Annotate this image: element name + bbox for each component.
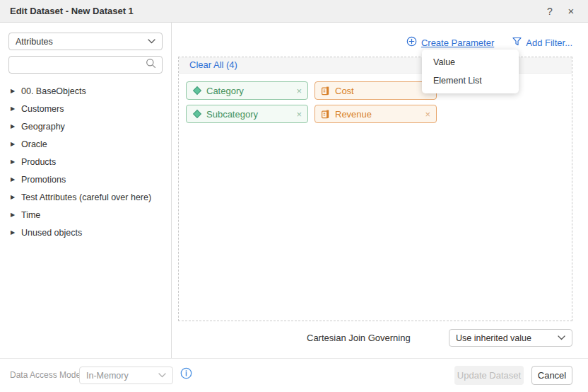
object-sidebar: Attributes ▶00. BaseObjects ▶Customers ▶… (0, 23, 172, 358)
tree-item-label: Time (21, 210, 40, 220)
tree-item-products[interactable]: ▶Products (0, 153, 172, 171)
tree-item-label: Oracle (21, 139, 47, 149)
tree-item-unused-objects[interactable]: ▶Unused objects (0, 224, 172, 241)
expand-arrow-icon[interactable]: ▶ (11, 123, 21, 129)
close-icon[interactable]: × (564, 0, 578, 23)
update-dataset-button[interactable]: Update Dataset (454, 366, 524, 385)
expand-arrow-icon[interactable]: ▶ (11, 212, 21, 218)
chip-label: Revenue (335, 109, 372, 120)
chip-label: Subcategory (206, 109, 258, 120)
object-tree: ▶00. BaseObjects ▶Customers ▶Geography ▶… (0, 82, 172, 241)
menu-item-element-list[interactable]: Element List (422, 71, 519, 90)
tree-item-test-attributes[interactable]: ▶Test Attributes (careful over here) (0, 188, 172, 206)
create-parameter-label: Create Parameter (421, 38, 494, 48)
chip-label: Category (206, 86, 244, 96)
tree-item-geography[interactable]: ▶Geography (0, 117, 172, 135)
create-parameter-menu: Value Element List (422, 50, 519, 93)
search-field[interactable] (8, 56, 163, 74)
cancel-button[interactable]: Cancel (531, 366, 572, 385)
chip-subcategory[interactable]: Subcategory × (186, 105, 308, 123)
metric-report-icon (321, 109, 331, 119)
dialog-header: Edit Dataset - New Dataset 1 ? × (0, 0, 588, 23)
search-input[interactable] (15, 60, 146, 70)
tree-item-label: Test Attributes (careful over here) (21, 192, 151, 202)
edit-dataset-dialog: Edit Dataset - New Dataset 1 ? × Attribu… (0, 0, 588, 392)
add-filter-link[interactable]: Add Filter... (512, 37, 572, 48)
add-filter-label: Add Filter... (526, 38, 572, 48)
chevron-down-icon (558, 335, 565, 340)
chip-cost[interactable]: Cost × (314, 81, 437, 100)
info-icon[interactable] (180, 367, 192, 379)
menu-item-value[interactable]: Value (422, 53, 519, 71)
cartesian-join-label: Cartesian Join Governing (307, 333, 411, 343)
search-icon (146, 58, 156, 71)
tree-item-label: Customers (21, 104, 64, 114)
expand-arrow-icon[interactable]: ▶ (11, 141, 21, 147)
data-access-mode-value: In-Memory (86, 371, 129, 381)
metric-report-icon (321, 86, 331, 96)
tree-item-label: Products (21, 157, 56, 167)
chip-remove-icon[interactable]: × (296, 109, 302, 120)
data-access-mode-select[interactable]: In-Memory (79, 367, 173, 384)
tree-item-oracle[interactable]: ▶Oracle (0, 135, 172, 153)
cartesian-join-select[interactable]: Use inherited value (449, 329, 572, 347)
chip-label: Cost (335, 86, 354, 96)
expand-arrow-icon[interactable]: ▶ (11, 194, 21, 200)
clear-all-link[interactable]: Clear All (4) (189, 59, 237, 70)
expand-arrow-icon[interactable]: ▶ (11, 229, 21, 236)
expand-arrow-icon[interactable]: ▶ (11, 158, 21, 165)
help-icon[interactable]: ? (543, 0, 557, 23)
tree-item-time[interactable]: ▶Time (0, 206, 172, 224)
tree-item-label: Promotions (21, 175, 66, 185)
tree-item-baseobjects[interactable]: ▶00. BaseObjects (0, 82, 172, 100)
chip-remove-icon[interactable]: × (296, 86, 302, 96)
expand-arrow-icon[interactable]: ▶ (11, 176, 21, 183)
create-parameter-link[interactable]: Create Parameter (406, 36, 494, 49)
dataset-objects-dropzone[interactable]: Clear All (4) Category × Cost × Subcateg… (178, 57, 572, 321)
dataset-toolbar: Create Parameter Add Filter... (406, 36, 572, 49)
tree-item-label: 00. BaseObjects (21, 86, 86, 96)
attribute-diamond-icon (192, 86, 202, 96)
dialog-title: Edit Dataset - New Dataset 1 (10, 0, 134, 23)
chip-remove-icon[interactable]: × (425, 109, 430, 120)
filter-funnel-icon (512, 37, 522, 48)
data-access-mode-label: Data Access Mode (10, 370, 81, 380)
cartesian-join-value: Use inherited value (456, 333, 531, 343)
object-type-select[interactable]: Attributes (8, 33, 163, 50)
tree-item-label: Geography (21, 122, 65, 132)
plus-circle-icon (406, 36, 417, 49)
expand-arrow-icon[interactable]: ▶ (11, 88, 21, 94)
chip-category[interactable]: Category × (186, 81, 308, 100)
expand-arrow-icon[interactable]: ▶ (11, 105, 21, 112)
object-type-value: Attributes (16, 37, 53, 47)
tree-item-customers[interactable]: ▶Customers (0, 100, 172, 117)
dialog-footer: Data Access Mode In-Memory Update Datase… (0, 358, 588, 392)
tree-item-promotions[interactable]: ▶Promotions (0, 171, 172, 188)
chevron-down-icon (148, 39, 155, 44)
attribute-diamond-icon (192, 109, 202, 119)
chip-revenue[interactable]: Revenue × (314, 105, 437, 123)
tree-item-label: Unused objects (21, 228, 82, 238)
chevron-down-icon (158, 373, 166, 378)
